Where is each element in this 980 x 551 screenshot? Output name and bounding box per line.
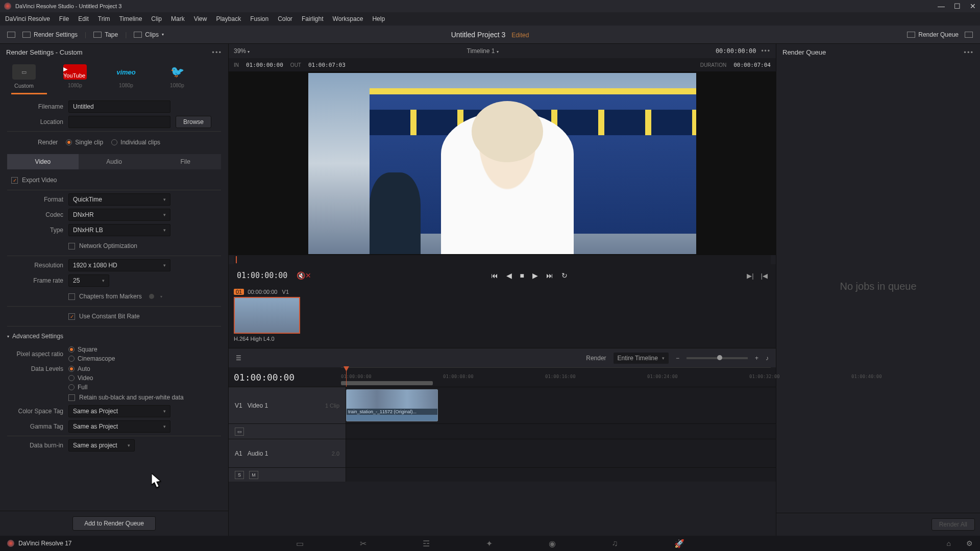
settings-gear-icon[interactable]: ⚙ [966,539,973,547]
timeline-view-icon[interactable]: ☰ [236,355,241,362]
network-opt-checkbox[interactable] [68,243,75,249]
menu-trim[interactable]: Trim [98,15,110,22]
menu-color[interactable]: Color [278,15,292,22]
menu-help[interactable]: Help [372,15,385,22]
fairlight-page-icon[interactable]: ♫ [612,539,618,548]
menu-mark[interactable]: Mark [171,15,185,22]
next-clip-icon[interactable]: ▶| [747,272,753,280]
marker-color-icon[interactable] [149,294,154,299]
viewer-scrubber[interactable] [234,255,771,264]
expand-icon[interactable] [965,32,973,38]
audio-meters-icon[interactable]: ♪ [766,355,769,362]
panel-options-icon[interactable]: ••• [212,48,222,56]
par-square-radio[interactable]: Square [68,346,115,353]
advanced-settings-toggle[interactable]: ▾Advanced Settings [7,330,221,343]
render-queue-toggle[interactable]: Render Queue [907,31,959,38]
media-page-icon[interactable]: ▭ [296,539,304,548]
preset-custom[interactable]: ▭ Custom [6,64,42,89]
viewer-options-icon[interactable]: ••• [761,47,771,55]
cut-page-icon[interactable]: ✂ [360,539,366,548]
menu-file[interactable]: File [59,15,69,22]
retain-checkbox[interactable] [68,394,75,401]
stop-icon[interactable]: ■ [520,271,524,280]
fusion-page-icon[interactable]: ✦ [486,539,493,548]
par-cinemascope-radio[interactable]: Cinemascope [68,355,115,362]
last-frame-icon[interactable]: ⏭ [546,271,553,280]
browse-button[interactable]: Browse [176,116,211,128]
timeline-clip[interactable]: train_station_-_11572 (Original)... [346,389,438,421]
zoom-slider[interactable] [687,357,748,359]
format-select[interactable]: QuickTime▾ [68,193,170,206]
timeline-ruler[interactable]: 01:00:00:00 01:00:08:00 01:00:16:00 01:0… [341,367,771,387]
codec-select[interactable]: DNxHR▾ [68,209,170,221]
maximize-icon[interactable]: ☐ [954,2,961,10]
add-to-render-queue-button[interactable]: Add to Render Queue [72,516,156,531]
tab-file[interactable]: File [150,154,221,169]
tab-audio[interactable]: Audio [79,154,150,169]
track-id-v1[interactable]: V1 [235,402,242,409]
zoom-out-icon[interactable]: − [676,355,679,362]
menu-timeline[interactable]: Timeline [119,15,142,22]
prev-clip-icon[interactable]: |◀ [761,272,768,280]
menu-davinci[interactable]: DaVinci Resolve [5,15,50,22]
clips-button[interactable]: Clips ▾ [134,31,164,38]
menu-workspace[interactable]: Workspace [333,15,363,22]
timeline-timecode[interactable]: 01:00:00:00 [234,372,341,383]
menu-view[interactable]: View [194,15,207,22]
tape-button[interactable]: Tape [93,31,118,38]
export-video-checkbox[interactable]: ✓ [11,177,18,184]
type-select[interactable]: DNxHR LB▾ [68,224,170,236]
data-burnin-select[interactable]: Same as project▾ [68,439,135,452]
render-settings-button[interactable]: Render Settings [22,31,78,38]
preset-vimeo[interactable]: vimeo 1080p [108,64,144,88]
dl-video-radio[interactable]: Video [68,374,184,382]
transport-timecode[interactable]: 01:00:00:00 [237,271,287,280]
dl-auto-radio[interactable]: Auto [68,365,184,372]
home-icon[interactable]: ⌂ [947,539,951,547]
loop-icon[interactable]: ↻ [561,271,568,280]
track-frame-icon[interactable]: ▭ [235,428,244,436]
resolution-select[interactable]: 980 x 551 HD▾ [68,259,170,271]
preset-youtube[interactable]: ▶ YouTube 1080p [57,64,93,88]
location-input[interactable] [68,116,170,128]
step-back-icon[interactable]: ◀ [506,271,512,280]
mute-icon[interactable]: 🔇✕ [297,271,311,280]
clip-thumbnail[interactable] [234,297,300,334]
timeline-name-dropdown[interactable]: Timeline 1 ▾ [467,47,499,55]
queue-options-icon[interactable]: ••• [964,48,974,56]
playhead[interactable] [346,367,347,387]
filename-input[interactable] [68,101,170,113]
minimize-icon[interactable]: — [938,2,945,10]
render-scope-select[interactable]: Entire Timeline▾ [614,353,669,364]
deliver-page-icon[interactable]: 🚀 [674,539,684,548]
play-icon[interactable]: ▶ [532,271,538,280]
menu-playback[interactable]: Playback [216,15,241,22]
tab-video[interactable]: Video [7,154,79,169]
video-track-body[interactable]: train_station_-_11572 (Original)... [346,387,776,423]
audio-track-body[interactable] [346,439,776,467]
deliver-page-icon[interactable] [7,32,15,38]
video-viewer[interactable] [229,71,776,255]
close-icon[interactable]: ✕ [970,2,976,10]
colorspace-tag-select[interactable]: Same as Project▾ [68,405,170,417]
individual-clips-radio[interactable]: Individual clips [111,139,160,146]
solo-button[interactable]: S [235,471,244,479]
menu-fusion[interactable]: Fusion [250,15,268,22]
zoom-in-icon[interactable]: + [755,355,758,362]
render-range-bar[interactable] [341,381,433,385]
zoom-dropdown[interactable]: 39% ▾ [234,47,250,55]
gamma-tag-select[interactable]: Same as Project▾ [68,420,170,433]
color-page-icon[interactable]: ◉ [549,539,556,548]
cbr-checkbox[interactable]: ✓ [68,313,75,320]
framerate-select[interactable]: 25▾ [68,274,109,287]
edit-page-icon[interactable]: ☲ [423,539,430,548]
mute-button[interactable]: M [249,471,258,479]
menu-clip[interactable]: Clip [151,15,162,22]
menu-edit[interactable]: Edit [78,15,89,22]
chapters-checkbox[interactable] [68,293,75,300]
preset-twitter[interactable]: 🐦 1080p [159,64,195,88]
menu-fairlight[interactable]: Fairlight [302,15,324,22]
single-clip-radio[interactable]: Single clip [66,139,103,146]
track-id-a1[interactable]: A1 [235,450,242,457]
dl-full-radio[interactable]: Full [68,384,184,391]
